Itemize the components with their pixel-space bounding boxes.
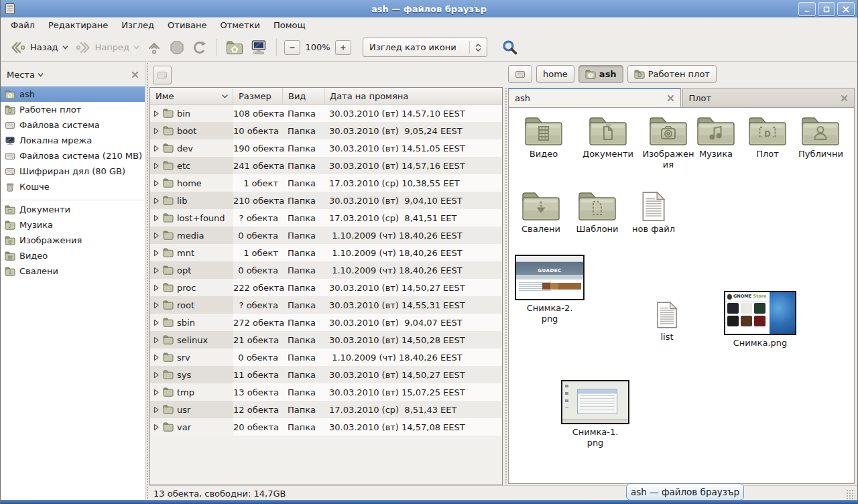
window-resize-grip[interactable] <box>846 489 855 499</box>
back-history-chevron-icon[interactable] <box>62 45 68 50</box>
expander-icon[interactable] <box>154 336 160 344</box>
menu-file[interactable]: Файл <box>4 17 42 34</box>
pane-resize-grip[interactable] <box>145 62 149 500</box>
text-file-list[interactable]: list <box>643 301 691 342</box>
grid-item[interactable]: Публични <box>798 116 843 170</box>
sidebar-item[interactable]: ash <box>1 86 145 102</box>
path-button[interactable]: home <box>536 65 574 83</box>
sidebar-item[interactable]: ♪ Музика <box>1 217 145 233</box>
expander-icon[interactable] <box>154 319 160 326</box>
sidebar-item[interactable]: Шифриран дял (80 GB) <box>1 164 145 179</box>
sidebar-close-icon[interactable] <box>131 71 139 78</box>
table-row[interactable]: etc 241 обекта Папка 30.03.2010 (вт) 14,… <box>150 157 502 174</box>
grid-item[interactable]: Музика <box>695 116 737 170</box>
expander-icon[interactable] <box>154 145 160 152</box>
grid-item[interactable]: Шаблони <box>569 191 625 235</box>
menu-view[interactable]: Изглед <box>115 17 161 34</box>
search-button[interactable] <box>498 37 522 58</box>
expander-icon[interactable] <box>154 197 160 204</box>
expander-icon[interactable] <box>154 232 160 239</box>
sidebar-item[interactable]: Локална мрежа <box>1 133 145 148</box>
table-row[interactable]: media 0 обекта Папка 1.10.2009 (чт) 18,4… <box>150 227 502 244</box>
sidebar-item[interactable]: ↓ Свалени <box>1 263 145 279</box>
grid-item[interactable]: D Плот <box>737 116 798 170</box>
computer-button[interactable] <box>247 38 271 58</box>
expander-icon[interactable] <box>154 214 160 222</box>
expander-icon[interactable] <box>154 389 160 396</box>
table-row[interactable]: srv 0 обекта Папка 1.10.2009 (чт) 18,40,… <box>150 349 502 366</box>
maximize-button[interactable] <box>818 2 835 16</box>
table-row[interactable]: bin 108 обекта Папка 30.03.2010 (вт) 14,… <box>150 105 502 122</box>
grid-item[interactable]: Свалени <box>513 191 569 235</box>
reload-button[interactable] <box>188 38 211 58</box>
grid-item[interactable]: Изображения <box>641 116 695 170</box>
stop-button[interactable] <box>166 38 188 58</box>
table-row[interactable]: var 20 обекта Папка 30.03.2010 (вт) 14,5… <box>150 418 502 436</box>
grid-item[interactable]: Видео <box>513 116 574 170</box>
sidebar-item[interactable]: ◎ Изображения <box>1 233 145 248</box>
path-button[interactable]: ash <box>578 65 623 83</box>
places-selector[interactable]: Места <box>7 70 44 80</box>
menu-help[interactable]: Помощ <box>267 17 312 34</box>
grid-item[interactable]: Документи <box>574 116 641 170</box>
table-row[interactable]: sbin 272 обекта Папка 30.03.2010 (вт) 9,… <box>150 314 502 331</box>
table-row[interactable]: sys 11 обекта Папка 30.03.2010 (вт) 14,5… <box>150 366 502 383</box>
menu-edit[interactable]: Редактиране <box>42 17 115 34</box>
sidebar-item[interactable]: ▢ Документи <box>1 202 145 217</box>
table-row[interactable]: opt 0 обекта Папка 1.10.2009 (чт) 18,40,… <box>150 261 502 279</box>
image-file-snimka-1[interactable]: Снимка-1.png <box>560 380 630 448</box>
tab[interactable]: Плот <box>682 88 855 107</box>
close-button[interactable] <box>837 2 855 16</box>
minimize-button[interactable] <box>798 2 816 16</box>
table-row[interactable]: usr 12 обекта Папка 17.03.2010 (ср) 8,51… <box>150 401 502 418</box>
sidebar-item[interactable]: D Работен плот <box>1 102 145 117</box>
image-file-snimka-2[interactable]: GUADEC Снимка-2.png <box>515 255 585 324</box>
table-row[interactable]: lib 210 обекта Папка 30.03.2010 (вт) 9,0… <box>150 192 502 209</box>
column-header-name[interactable]: Име <box>150 88 233 104</box>
column-header-type[interactable]: Вид <box>283 88 324 104</box>
expander-icon[interactable] <box>154 371 160 379</box>
image-file-snimka[interactable]: GNOME Store Снимка.png <box>723 291 797 349</box>
table-row[interactable]: dev 190 обекта Папка 30.03.2010 (вт) 14,… <box>150 139 502 157</box>
zoom-out-button[interactable] <box>284 40 300 55</box>
zoom-in-button[interactable] <box>335 40 351 55</box>
sidebar-item[interactable]: ▤ Видео <box>1 248 145 263</box>
expander-icon[interactable] <box>154 127 160 135</box>
table-row[interactable]: tmp 13 обекта Папка 30.03.2010 (вт) 15,0… <box>150 383 502 401</box>
column-header-date[interactable]: Дата на промяна <box>324 88 502 104</box>
home-button[interactable] <box>223 38 247 57</box>
tab[interactable]: ash <box>508 88 681 107</box>
menu-go[interactable]: Отиване <box>161 17 213 34</box>
expander-icon[interactable] <box>154 162 160 170</box>
view-mode-dropdown[interactable]: Изглед като икони <box>363 38 487 57</box>
path-button[interactable]: D Работен плот <box>627 65 717 83</box>
expander-icon[interactable] <box>154 354 160 361</box>
expander-icon[interactable] <box>154 110 160 117</box>
table-row[interactable]: home 1 обект Папка 17.03.2010 (ср) 10,38… <box>150 174 502 192</box>
back-button[interactable]: Назад <box>7 38 72 57</box>
expander-icon[interactable] <box>154 180 160 187</box>
table-row[interactable]: lost+found ? обекта Папка 17.03.2010 (ср… <box>150 209 502 227</box>
expander-icon[interactable] <box>154 424 160 431</box>
path-button[interactable] <box>508 65 532 83</box>
expander-icon[interactable] <box>154 302 160 309</box>
pane-resize-grip[interactable] <box>503 87 508 485</box>
table-row[interactable]: selinux 21 обекта Папка 30.03.2010 (вт) … <box>150 331 502 349</box>
expander-icon[interactable] <box>154 249 160 257</box>
expander-icon[interactable] <box>154 284 160 292</box>
column-header-size[interactable]: Размер <box>233 88 283 104</box>
forward-button[interactable]: Напред <box>72 38 143 57</box>
sidebar-item[interactable]: Файлова система <box>1 117 145 133</box>
grid-item[interactable]: нов файл <box>625 191 682 235</box>
menu-bookmarks[interactable]: Отметки <box>213 17 266 34</box>
expander-icon[interactable] <box>154 406 160 414</box>
table-row[interactable]: proc 222 обекта Папка 30.03.2010 (вт) 14… <box>150 279 502 296</box>
table-row[interactable]: mnt 1 обект Папка 1.10.2009 (чт) 18,40,2… <box>150 244 502 261</box>
table-row[interactable]: root ? обекта Папка 30.03.2010 (вт) 14,5… <box>150 296 502 314</box>
expander-icon[interactable] <box>154 267 160 274</box>
filesystem-root-button[interactable] <box>153 66 172 84</box>
up-button[interactable] <box>143 38 166 58</box>
table-row[interactable]: boot 10 обекта Папка 30.03.2010 (вт) 9,0… <box>150 122 502 139</box>
sidebar-item[interactable]: Файлова система (210 MB) <box>1 148 145 164</box>
tab-close-icon[interactable] <box>667 94 674 102</box>
